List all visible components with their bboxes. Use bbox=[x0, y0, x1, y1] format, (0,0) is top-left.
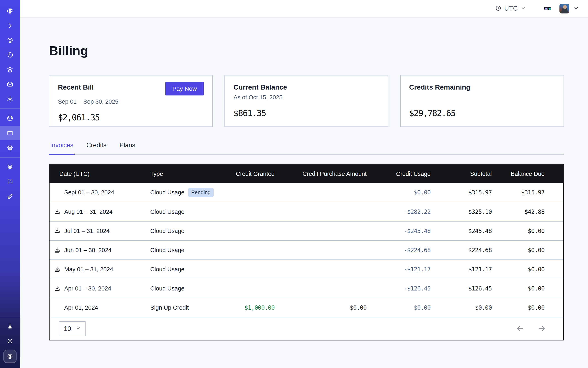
app-logo[interactable] bbox=[0, 4, 20, 18]
sidebar-divider bbox=[0, 317, 20, 317]
sidebar-divider bbox=[0, 157, 20, 157]
spiral-icon bbox=[7, 37, 13, 44]
download-invoice-icon[interactable] bbox=[54, 285, 61, 292]
subtotal-value: $315.97 bbox=[431, 189, 492, 196]
main-content: Billing Recent Bill Pay Now Sep 01 – Sep… bbox=[20, 43, 588, 340]
table-header-row: Date (UTC) Type Credit Granted Credit Pu… bbox=[50, 165, 563, 183]
card-amount: $861.35 bbox=[234, 108, 379, 118]
chevron-down-icon bbox=[76, 325, 81, 332]
page-title: Billing bbox=[49, 43, 564, 58]
invoice-type: Cloud Usage bbox=[150, 189, 184, 196]
chevron-down-icon bbox=[521, 6, 526, 12]
column-header-date: Date (UTC) bbox=[50, 171, 150, 177]
sidebar-item-getting-started[interactable] bbox=[0, 189, 20, 203]
page-size-value: 10 bbox=[64, 325, 71, 332]
credits-button[interactable] bbox=[3, 350, 17, 363]
sidebar-item-docs[interactable] bbox=[0, 174, 20, 189]
chevron-down-icon[interactable] bbox=[573, 5, 579, 12]
chevron-right-icon bbox=[7, 22, 13, 29]
download-invoice-icon[interactable] bbox=[54, 247, 61, 254]
card-amount: $2,061.35 bbox=[58, 113, 204, 122]
card-title: Recent Bill bbox=[58, 83, 94, 91]
subtotal-value: $325.10 bbox=[431, 208, 492, 215]
invoice-date: Aug 01 – 31, 2024 bbox=[64, 209, 113, 215]
sidebar-item-layers[interactable] bbox=[0, 62, 20, 77]
download-invoice-icon[interactable] bbox=[54, 228, 61, 234]
sidebar-item-theme[interactable] bbox=[0, 334, 20, 349]
balance-due-value: $0.00 bbox=[492, 266, 563, 273]
credit-usage-value: -$126.45 bbox=[367, 285, 431, 292]
download-invoice-icon[interactable] bbox=[54, 208, 61, 215]
invoice-type: Cloud Usage bbox=[150, 209, 184, 215]
cube-icon bbox=[7, 81, 13, 88]
balance-due-value: $0.00 bbox=[492, 285, 563, 292]
timer-icon bbox=[7, 52, 13, 59]
invoice-date: Apr 01 – 30, 2024 bbox=[64, 285, 111, 292]
invoice-type: Sign Up Credit bbox=[150, 304, 189, 311]
sidebar-divider bbox=[0, 109, 20, 109]
book-sparkle-icon bbox=[7, 178, 13, 185]
sidebar-item-sandbox[interactable] bbox=[0, 77, 20, 92]
invoice-type: Cloud Usage bbox=[150, 285, 184, 292]
tab-plans[interactable]: Plans bbox=[118, 142, 137, 154]
tab-credits[interactable]: Credits bbox=[85, 142, 108, 154]
sidebar-item-support[interactable] bbox=[0, 159, 20, 174]
asterisk-icon bbox=[7, 96, 13, 103]
current-balance-card: Current Balance As of Oct 15, 2025 $861.… bbox=[225, 75, 388, 127]
next-page-arrow-icon[interactable] bbox=[538, 324, 546, 333]
page-size-select[interactable]: 10 bbox=[59, 321, 86, 336]
subtotal-value: $121.17 bbox=[431, 266, 492, 273]
sidebar-item-billing[interactable] bbox=[0, 126, 20, 140]
table-row[interactable]: Apr 01 – 30, 2024 Cloud Usage -$126.45 $… bbox=[50, 279, 563, 298]
balance-due-value: $0.00 bbox=[492, 247, 563, 254]
card-title: Current Balance bbox=[234, 83, 287, 91]
column-header-subtotal: Subtotal bbox=[431, 171, 492, 177]
invoice-date: Sept 01 – 30, 2024 bbox=[64, 189, 114, 196]
table-row[interactable]: Jul 01 – 31, 2024 Cloud Usage -$245.48 $… bbox=[50, 221, 563, 240]
column-header-credit-usage: Credit Usage bbox=[367, 171, 431, 177]
timezone-picker[interactable]: UTC bbox=[495, 5, 526, 12]
timezone-label: UTC bbox=[504, 5, 518, 12]
pay-now-button[interactable]: Pay Now bbox=[165, 82, 204, 95]
billing-tabs: Invoices Credits Plans bbox=[49, 142, 564, 155]
card-title: Credits Remaining bbox=[409, 83, 470, 91]
avatar[interactable] bbox=[560, 4, 569, 13]
sidebar-item-functions[interactable] bbox=[0, 92, 20, 107]
sidebar-item-labs[interactable] bbox=[0, 319, 20, 334]
credit-purchase-value: $0.00 bbox=[275, 304, 367, 311]
table-row[interactable]: May 01 – 31, 2024 Cloud Usage -$121.17 $… bbox=[50, 259, 563, 279]
download-invoice-icon[interactable] bbox=[54, 266, 61, 273]
subtotal-value: $224.68 bbox=[431, 247, 492, 254]
table-row[interactable]: Apr 01, 2024 Sign Up Credit $1,000.00 $0… bbox=[50, 298, 563, 317]
sidebar-item-credits[interactable] bbox=[0, 349, 20, 363]
invoice-table-body: Sept 01 – 30, 2024 Cloud Usage Pending $… bbox=[50, 183, 563, 317]
table-row[interactable]: Aug 01 – 31, 2024 Cloud Usage -$282.22 $… bbox=[50, 202, 563, 221]
table-row[interactable]: Jun 01 – 30, 2024 Cloud Usage -$224.68 $… bbox=[50, 240, 563, 259]
credit-usage-value: -$282.22 bbox=[367, 208, 431, 215]
previous-page-arrow-icon[interactable] bbox=[516, 324, 524, 333]
credit-usage-value: $0.00 bbox=[367, 304, 431, 311]
invoice-type: Cloud Usage bbox=[150, 228, 184, 234]
column-header-type: Type bbox=[150, 171, 217, 177]
status-badge: Pending bbox=[188, 188, 214, 197]
column-header-credit-granted: Credit Granted bbox=[217, 171, 275, 177]
subtotal-value: $0.00 bbox=[431, 304, 492, 311]
credits-remaining-card: Credits Remaining $29,782.65 bbox=[400, 75, 564, 127]
layers-icon bbox=[7, 66, 13, 73]
tab-invoices[interactable]: Invoices bbox=[49, 142, 75, 154]
sidebar-item-history[interactable] bbox=[0, 48, 20, 62]
recent-bill-card: Recent Bill Pay Now Sep 01 – Sep 30, 202… bbox=[49, 75, 213, 127]
sidebar-item-settings[interactable] bbox=[0, 140, 20, 155]
invoice-type: Cloud Usage bbox=[150, 247, 184, 254]
credit-usage-value: -$245.48 bbox=[367, 228, 431, 234]
helm-icon bbox=[7, 163, 13, 170]
card-amount: $29,782.65 bbox=[409, 108, 555, 118]
table-row[interactable]: Sept 01 – 30, 2024 Cloud Usage Pending $… bbox=[50, 183, 563, 202]
sidebar-item-usage[interactable] bbox=[0, 111, 20, 126]
sidebar-collapse[interactable] bbox=[0, 18, 20, 33]
sidebar-item-monitor[interactable] bbox=[0, 33, 20, 48]
invoice-date: Jun 01 – 30, 2024 bbox=[64, 247, 111, 254]
glasses-icon[interactable] bbox=[543, 4, 552, 13]
credit-usage-value: -$121.17 bbox=[367, 266, 431, 273]
pagination-bar: 10 bbox=[50, 317, 563, 340]
